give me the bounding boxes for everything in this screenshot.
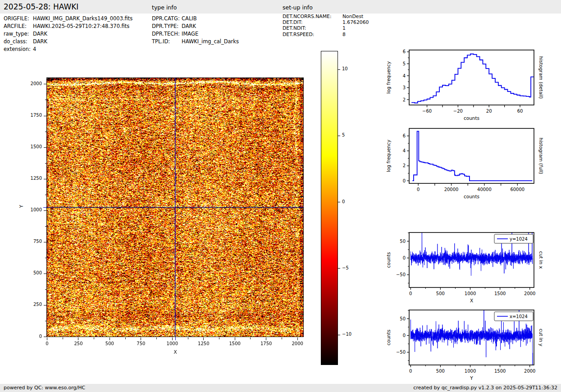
x-axis-tick [235,337,235,340]
dpr-tech-label: DPR.TECH: [152,30,182,38]
x-axis-tick-label: 0 [36,341,59,346]
svg-text:60: 60 [517,109,523,114]
type-info-row: DPR.TYPE:DARK [152,23,239,30]
svg-text:0: 0 [417,187,420,192]
x-axis-tick-label: 750 [130,341,152,346]
setup-info-heading: set-up info [283,4,313,11]
histogram_full-xlabel: counts [464,194,479,199]
doclass-label: do_class: [4,38,33,46]
cut-in-x-chart: 0500100015002000−50050Xcountscut in xy=1… [383,223,561,310]
svg-text:6: 6 [403,133,406,138]
cut_in_x-ylabel: counts [386,252,391,268]
footer-right-text: created by qc_rawdisp.py v1.2.3 on 2025-… [413,385,557,391]
tpl-id-label: TPL.ID: [152,38,182,46]
svg-text:−60: −60 [422,109,432,114]
y-axis-minor-tick [45,258,47,258]
svg-text:3: 3 [403,85,406,90]
dpr-catg-value: CALIB [182,15,197,23]
y-axis-minor-tick [45,321,47,321]
svg-text:5: 5 [403,61,406,66]
y-axis-minor-tick [45,163,47,164]
svg-text:50: 50 [400,239,406,244]
tpl-id-value: HAWKI_img_cal_Darks [182,38,239,46]
colorbar-tick [338,136,340,136]
y-axis-tick [44,210,46,211]
y-axis-tick [44,337,46,337]
y-axis-tick [44,273,46,274]
svg-text:4: 4 [403,73,406,78]
x-axis-tick [266,337,266,340]
dpr-type-label: DPR.TYPE: [152,23,182,30]
file-info-block: ORIGFILE:HAWKI_IMG_DARK_Darks149_0003.fi… [4,15,132,53]
y-axis-tick [44,116,46,116]
ncorrs-label: DET.NCORRS.NAME: [283,14,342,19]
y-axis-tick-label: 1750 [18,113,42,118]
y-axis-tick [44,242,46,242]
histogram_detail-series [411,54,534,103]
svg-text:2000: 2000 [524,291,535,296]
ndit-value: 1 [342,25,346,31]
y-axis-minor-tick [45,195,47,195]
y-axis-tick [44,179,46,179]
y-axis-tick-label: 0 [18,334,42,339]
histogram_full-right-label: histogram (full) [538,138,544,174]
y-axis-tick-label: 1500 [18,144,42,149]
y-axis-tick-label: 250 [18,302,42,307]
colorbar-tick [338,69,340,70]
x-axis-tick-label: 2000 [286,341,309,346]
y-axis-tick-label: 750 [18,239,42,244]
svg-text:1000: 1000 [465,291,476,296]
svg-text:6: 6 [403,49,406,54]
x-axis-tick [141,337,141,340]
cut_in_y-xlabel: Y [470,375,473,381]
svg-text:2: 2 [403,163,406,168]
colorbar-tick-label: 10 [342,66,348,71]
cut_in_y-ylabel: counts [386,329,391,345]
x-axis-minor-tick [63,337,63,339]
dpr-tech-value: IMAGE [182,30,198,38]
y-axis-tick-label: 1000 [18,207,42,212]
y-axis-minor-tick [45,132,47,132]
colorbar-tick-label: −10 [342,332,351,337]
svg-text:2: 2 [403,97,406,102]
rspeed-value: 8 [342,32,346,37]
colorbar-tick-label: −5 [342,265,349,270]
svg-text:20: 20 [486,109,492,114]
cut_in_x-right-label: cut in x [538,251,544,269]
setup-info-block: DET.NCORRS.NAME:NonDest DET.DIT:1.676206… [283,14,369,37]
y-axis-minor-tick [45,226,47,227]
x-axis-minor-tick [125,337,126,339]
file-info-row: extension:4 [4,46,132,53]
type-info-row: DPR.TECH:IMAGE [152,30,239,38]
crosshair-y-stub [43,207,46,208]
svg-text:1000: 1000 [465,369,476,374]
histogram_detail-ylabel: log frequency [386,61,391,94]
rspeed-label: DET.RSPEED: [283,32,342,37]
rawtype-label: raw_type: [4,30,33,38]
svg-text:500: 500 [436,291,445,296]
dpr-catg-label: DPR.CATG: [152,15,182,23]
file-info-row: raw_type:DARK [4,30,132,38]
svg-text:4: 4 [403,148,406,153]
page-title: 2025-05-28: HAWKI [4,2,78,11]
y-axis-tick [44,147,46,148]
histogram-full-chart: 02000040000600000246countslog frequencyh… [383,119,561,205]
histogram_detail-right-label: histogram (detail) [538,56,544,99]
crosshair-x-stub [175,337,176,340]
file-info-row: ORIGFILE:HAWKI_IMG_DARK_Darks149_0003.fi… [4,15,132,23]
x-axis-minor-tick [250,337,251,339]
y-axis-tick [44,84,46,84]
detector-x-axis-label: X [46,349,304,355]
ndit-label: DET.NDIT: [283,25,342,31]
x-axis-tick-label: 250 [67,341,90,346]
y-axis-minor-tick [45,289,47,290]
x-axis-minor-tick [188,337,188,339]
x-axis-tick-label: 1000 [161,341,183,346]
x-axis-tick-label: 1250 [192,341,215,346]
footer-bar: powered by QC: www.eso.org/HC created by… [0,384,561,392]
cut-in-y-chart: 0500100015002000−50050Ycountscut in yx=1… [383,301,561,387]
x-axis-tick [78,337,78,340]
x-axis-tick-label: 1500 [223,341,246,346]
arcfile-value: HAWKI.2025-05-29T10:27:48.370.fits [33,23,129,30]
ncorrs-value: NonDest [342,14,363,19]
